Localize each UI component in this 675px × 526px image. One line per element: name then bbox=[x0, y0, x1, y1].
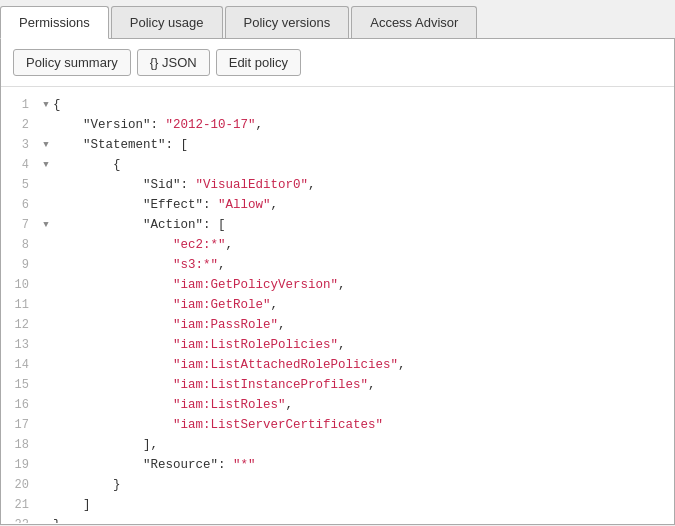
line-content: "Action": [ bbox=[53, 215, 674, 235]
line-content: "iam:GetPolicyVersion", bbox=[53, 275, 674, 295]
code-line: 6 "Effect": "Allow", bbox=[1, 195, 674, 215]
code-line: 21 ] bbox=[1, 495, 674, 515]
line-content: "ec2:*", bbox=[53, 235, 674, 255]
code-line: 17 "iam:ListServerCertificates" bbox=[1, 415, 674, 435]
line-number: 5 bbox=[1, 175, 39, 195]
line-content: "iam:ListServerCertificates" bbox=[53, 415, 674, 435]
tab-access-advisor[interactable]: Access Advisor bbox=[351, 6, 477, 38]
line-content: "Statement": [ bbox=[53, 135, 674, 155]
line-content: ], bbox=[53, 435, 674, 455]
line-number: 22 bbox=[1, 515, 39, 523]
line-number: 2 bbox=[1, 115, 39, 135]
line-number: 21 bbox=[1, 495, 39, 515]
line-number: 9 bbox=[1, 255, 39, 275]
line-number: 13 bbox=[1, 335, 39, 355]
code-line: 14 "iam:ListAttachedRolePolicies", bbox=[1, 355, 674, 375]
fold-arrow[interactable]: ▼ bbox=[39, 135, 53, 155]
line-content: } bbox=[53, 515, 674, 523]
fold-arrow[interactable]: ▼ bbox=[39, 155, 53, 175]
code-line: 15 "iam:ListInstanceProfiles", bbox=[1, 375, 674, 395]
line-number: 19 bbox=[1, 455, 39, 475]
line-content: "iam:ListRolePolicies", bbox=[53, 335, 674, 355]
code-line: 20 } bbox=[1, 475, 674, 495]
tab-policy-versions[interactable]: Policy versions bbox=[225, 6, 350, 38]
code-line: 2 "Version": "2012-10-17", bbox=[1, 115, 674, 135]
line-content: { bbox=[53, 95, 674, 115]
fold-arrow[interactable]: ▼ bbox=[39, 95, 53, 115]
line-number: 12 bbox=[1, 315, 39, 335]
content-area: Policy summary {} JSON Edit policy 1▼{2 … bbox=[0, 39, 675, 525]
code-line: 1▼{ bbox=[1, 95, 674, 115]
line-number: 7 bbox=[1, 215, 39, 235]
line-content: } bbox=[53, 475, 674, 495]
line-content: "s3:*", bbox=[53, 255, 674, 275]
code-line: 4▼ { bbox=[1, 155, 674, 175]
line-number: 16 bbox=[1, 395, 39, 415]
line-number: 15 bbox=[1, 375, 39, 395]
code-line: 16 "iam:ListRoles", bbox=[1, 395, 674, 415]
line-number: 4 bbox=[1, 155, 39, 175]
code-line: 18 ], bbox=[1, 435, 674, 455]
line-number: 3 bbox=[1, 135, 39, 155]
code-line: 3▼ "Statement": [ bbox=[1, 135, 674, 155]
line-content: "Version": "2012-10-17", bbox=[53, 115, 674, 135]
tab-permissions[interactable]: Permissions bbox=[0, 6, 109, 39]
code-line: 9 "s3:*", bbox=[1, 255, 674, 275]
code-line: 8 "ec2:*", bbox=[1, 235, 674, 255]
code-line: 12 "iam:PassRole", bbox=[1, 315, 674, 335]
line-content: ] bbox=[53, 495, 674, 515]
line-content: "iam:PassRole", bbox=[53, 315, 674, 335]
policy-summary-button[interactable]: Policy summary bbox=[13, 49, 131, 76]
toolbar: Policy summary {} JSON Edit policy bbox=[1, 39, 674, 87]
line-number: 11 bbox=[1, 295, 39, 315]
edit-policy-button[interactable]: Edit policy bbox=[216, 49, 301, 76]
line-content: "Sid": "VisualEditor0", bbox=[53, 175, 674, 195]
code-editor: 1▼{2 "Version": "2012-10-17",3▼ "Stateme… bbox=[1, 87, 674, 523]
line-content: "iam:ListAttachedRolePolicies", bbox=[53, 355, 674, 375]
code-line: 11 "iam:GetRole", bbox=[1, 295, 674, 315]
line-number: 18 bbox=[1, 435, 39, 455]
line-number: 10 bbox=[1, 275, 39, 295]
line-content: "iam:ListRoles", bbox=[53, 395, 674, 415]
line-content: "iam:ListInstanceProfiles", bbox=[53, 375, 674, 395]
code-line: 5 "Sid": "VisualEditor0", bbox=[1, 175, 674, 195]
line-number: 6 bbox=[1, 195, 39, 215]
tabs-bar: Permissions Policy usage Policy versions… bbox=[0, 0, 675, 39]
line-content: "iam:GetRole", bbox=[53, 295, 674, 315]
code-line: 7▼ "Action": [ bbox=[1, 215, 674, 235]
line-number: 8 bbox=[1, 235, 39, 255]
line-number: 1 bbox=[1, 95, 39, 115]
line-number: 20 bbox=[1, 475, 39, 495]
line-content: "Resource": "*" bbox=[53, 455, 674, 475]
code-line: 22} bbox=[1, 515, 674, 523]
line-number: 14 bbox=[1, 355, 39, 375]
line-content: { bbox=[53, 155, 674, 175]
line-content: "Effect": "Allow", bbox=[53, 195, 674, 215]
fold-arrow[interactable]: ▼ bbox=[39, 215, 53, 235]
code-line: 10 "iam:GetPolicyVersion", bbox=[1, 275, 674, 295]
line-number: 17 bbox=[1, 415, 39, 435]
json-button[interactable]: {} JSON bbox=[137, 49, 210, 76]
tab-policy-usage[interactable]: Policy usage bbox=[111, 6, 223, 38]
code-line: 19 "Resource": "*" bbox=[1, 455, 674, 475]
code-line: 13 "iam:ListRolePolicies", bbox=[1, 335, 674, 355]
